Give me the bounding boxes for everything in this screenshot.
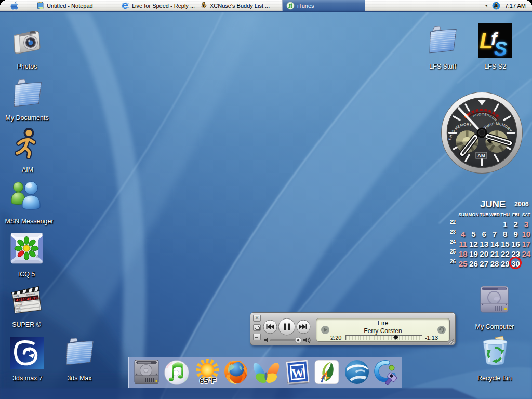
svg-text:®: ® (36, 255, 39, 259)
svg-text:W: W (291, 366, 304, 380)
svg-text:65°F: 65°F (200, 376, 216, 385)
svg-text:AM: AM (477, 153, 485, 158)
svg-text:S: S (494, 38, 507, 58)
